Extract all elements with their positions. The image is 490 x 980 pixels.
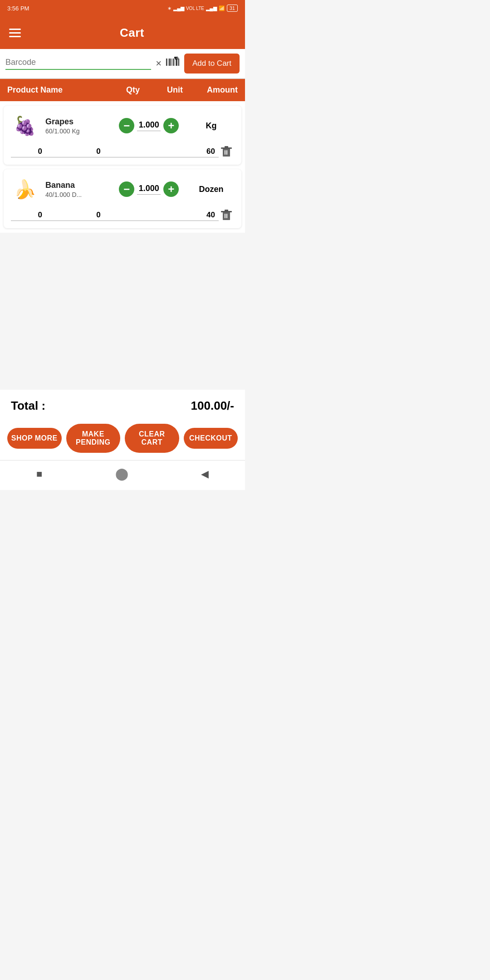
status-time: 3:56 PM xyxy=(7,5,29,12)
item-amount-grapes: 60 xyxy=(127,147,219,157)
svg-rect-7 xyxy=(178,59,179,66)
delete-button-banana[interactable] xyxy=(219,207,234,224)
bluetooth-icon: ∗ xyxy=(167,5,172,11)
svg-rect-9 xyxy=(174,57,177,59)
page-title: Cart xyxy=(28,26,236,40)
lte-icon: VOL LTE xyxy=(186,6,204,11)
svg-rect-3 xyxy=(172,59,172,66)
svg-rect-12 xyxy=(225,146,228,148)
shop-more-button[interactable]: SHOP MORE xyxy=(7,428,62,449)
col-header-product: Product Name xyxy=(7,85,112,95)
item-name-banana: Banana xyxy=(45,181,111,190)
status-icons: ∗ ▂▄▆ VOL LTE ▂▄▆ 📶 31 xyxy=(167,5,238,12)
qty-plus-banana[interactable]: + xyxy=(163,181,179,197)
item-field1-grapes: 0 xyxy=(11,147,69,157)
qty-minus-banana[interactable]: − xyxy=(119,181,134,197)
qty-value-grapes: 1.000 xyxy=(137,120,161,131)
cart-list: 🍇 Grapes 60/1.000 Kg − 1.000 + Kg 0 0 60 xyxy=(0,101,245,233)
table-header: Product Name Qty Unit Amount xyxy=(0,79,245,101)
barcode-input[interactable] xyxy=(5,58,151,70)
item-unit-grapes: Kg xyxy=(186,121,236,131)
qty-minus-grapes[interactable]: − xyxy=(119,118,134,133)
app-header: Cart xyxy=(0,16,245,49)
item-unit-banana: Dozen xyxy=(186,185,236,194)
cart-item-grapes: 🍇 Grapes 60/1.000 Kg − 1.000 + Kg 0 0 60 xyxy=(4,106,241,165)
item-field2-banana: 0 xyxy=(69,211,128,221)
nav-stop-icon[interactable]: ■ xyxy=(36,468,42,480)
barcode-search-bar: × Add to Cart xyxy=(0,49,245,79)
qty-control-banana: − 1.000 + xyxy=(116,181,181,197)
item-image-banana: 🍌 xyxy=(9,176,41,203)
nav-back-icon[interactable]: ◀ xyxy=(201,468,209,480)
nav-home-icon[interactable]: ⬤ xyxy=(115,467,128,481)
checkout-button[interactable]: CHECKOUT xyxy=(184,428,238,449)
camera-barcode-icon[interactable] xyxy=(166,57,180,70)
qty-value-banana: 1.000 xyxy=(137,184,161,195)
col-header-unit: Unit xyxy=(154,85,196,95)
item-image-grapes: 🍇 xyxy=(9,112,41,139)
svg-rect-1 xyxy=(168,59,168,66)
status-bar: 3:56 PM ∗ ▂▄▆ VOL LTE ▂▄▆ 📶 31 xyxy=(0,0,245,16)
item-sub-grapes: 60/1.000 Kg xyxy=(45,127,111,135)
bottom-buttons: SHOP MORE MAKE PENDING CLEAR CART CHECKO… xyxy=(0,419,245,460)
svg-rect-0 xyxy=(166,59,167,66)
clear-barcode-button[interactable]: × xyxy=(156,58,162,69)
delete-button-grapes[interactable] xyxy=(219,144,234,160)
item-field1-banana: 0 xyxy=(11,211,69,221)
item-name-grapes: Grapes xyxy=(45,117,111,127)
item-field2-grapes: 0 xyxy=(69,147,128,157)
total-label: Total : xyxy=(11,399,45,413)
item-sub-banana: 40/1.000 D... xyxy=(45,191,111,198)
qty-control-grapes: − 1.000 + xyxy=(116,118,181,133)
svg-rect-5 xyxy=(175,59,175,66)
clear-cart-button[interactable]: CLEAR CART xyxy=(125,424,179,453)
menu-button[interactable] xyxy=(9,29,21,37)
signal-icon: ▂▄▆ xyxy=(173,5,184,11)
svg-rect-18 xyxy=(225,214,225,218)
cart-item-banana: 🍌 Banana 40/1.000 D... − 1.000 + Dozen 0… xyxy=(4,169,241,228)
add-to-cart-button[interactable]: Add to Cart xyxy=(184,54,240,74)
wifi-icon: 📶 xyxy=(219,5,225,11)
svg-rect-17 xyxy=(225,210,228,211)
svg-rect-19 xyxy=(226,214,227,218)
qty-plus-grapes[interactable]: + xyxy=(163,118,179,133)
item-amount-banana: 40 xyxy=(127,211,219,221)
svg-rect-13 xyxy=(225,150,225,155)
svg-rect-2 xyxy=(169,59,171,66)
svg-rect-14 xyxy=(226,150,227,155)
content-spacer xyxy=(0,233,245,390)
make-pending-button[interactable]: MAKE PENDING xyxy=(66,424,121,453)
svg-rect-4 xyxy=(173,59,174,66)
signal2-icon: ▂▄▆ xyxy=(206,5,217,11)
col-header-amount: Amount xyxy=(196,85,238,95)
total-row: Total : 100.00/- xyxy=(0,390,245,419)
battery-icon: 31 xyxy=(227,5,238,12)
total-value: 100.00/- xyxy=(191,399,234,413)
nav-bar: ■ ⬤ ◀ xyxy=(0,460,245,490)
col-header-qty: Qty xyxy=(112,85,154,95)
